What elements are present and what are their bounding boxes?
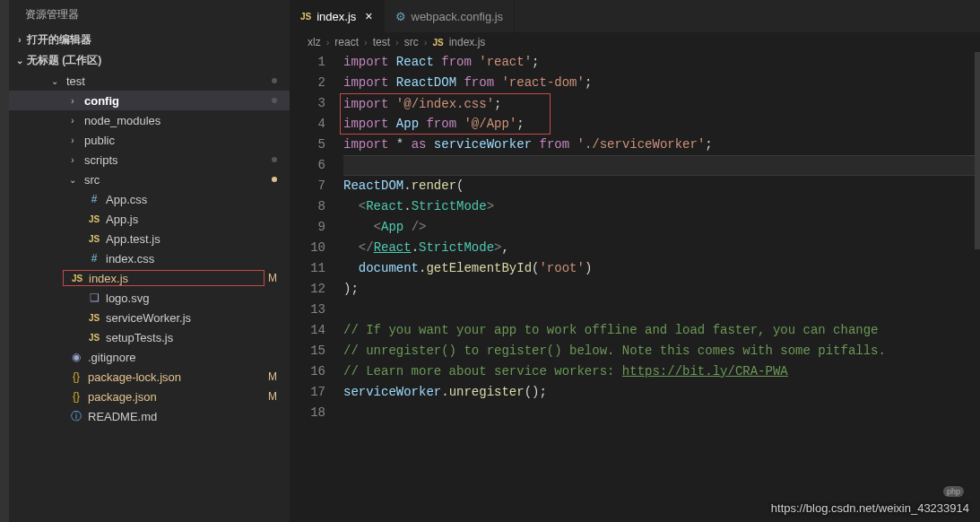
folder-item[interactable]: ›config	[9, 91, 290, 110]
file-item[interactable]: #App.css	[9, 189, 290, 209]
file-label: logo.svg	[106, 291, 290, 305]
code-line[interactable]: // unregister() to register() below. Not…	[343, 341, 980, 361]
editor-tab[interactable]: JSindex.js×	[290, 0, 385, 32]
code-token: from	[441, 55, 472, 69]
modified-badge: M	[268, 370, 290, 383]
code-token: 'root'	[539, 261, 584, 275]
code-token: React	[374, 240, 412, 255]
file-label: App.css	[106, 193, 290, 206]
file-item[interactable]: ⓘREADME.md	[9, 406, 290, 426]
code-token: import	[343, 97, 388, 111]
chevron-right-icon: ›	[326, 37, 330, 48]
code-token: 'react-dom'	[501, 75, 584, 90]
breadcrumb-segment[interactable]: index.js	[449, 36, 486, 48]
code-line[interactable]: serviceWorker.unregister();	[343, 382, 980, 403]
code-line[interactable]: document.getElementById('root')	[343, 258, 980, 279]
code-token: serviceWorker	[343, 385, 441, 399]
code-token	[388, 75, 395, 90]
sidebar-title: 资源管理器	[9, 0, 290, 30]
file-item[interactable]: JSApp.test.js	[9, 229, 290, 248]
folder-item[interactable]: ›node_modules	[9, 110, 290, 130]
line-number: 5	[290, 135, 325, 155]
code-line[interactable]: // If you want your app to work offline …	[343, 320, 980, 341]
folder-label: public	[84, 134, 290, 147]
code-token: App	[381, 220, 403, 234]
code-token: from	[464, 75, 494, 90]
folder-label: config	[84, 94, 272, 108]
config-file-icon: ⚙	[395, 10, 406, 23]
file-item[interactable]: {}package-lock.jsonM	[9, 367, 290, 387]
open-editors-label: 打开的编辑器	[27, 32, 91, 48]
code-token: ();	[525, 385, 547, 399]
md-file-icon: ⓘ	[68, 409, 84, 424]
file-item[interactable]: JSApp.js	[9, 209, 290, 229]
code-line[interactable]: import * as serviceWorker from './servic…	[343, 135, 980, 155]
folder-item[interactable]: ⌄test	[9, 71, 290, 91]
code-content[interactable]: import React from 'react';import ReactDO…	[343, 52, 980, 522]
editor-tab[interactable]: ⚙webpack.config.js	[385, 0, 516, 32]
code-token: React	[366, 199, 403, 213]
code-token: *	[396, 137, 412, 152]
file-item[interactable]: ◉.gitignore	[9, 347, 290, 367]
breadcrumb-segment[interactable]: test	[373, 36, 390, 48]
file-item[interactable]: {}package.jsonM	[9, 387, 290, 406]
code-line[interactable]: <React.StrictMode>	[343, 196, 980, 217]
file-item[interactable]: ❑logo.svg	[9, 288, 290, 308]
code-token	[343, 220, 374, 234]
line-number: 16	[290, 361, 325, 382]
file-item[interactable]: JSindex.jsM	[9, 268, 290, 288]
file-item[interactable]: JSserviceWorker.js	[9, 308, 290, 327]
code-line[interactable]: <App />	[343, 217, 980, 238]
file-item[interactable]: JSsetupTests.js	[9, 327, 290, 347]
code-token: ReactDOM	[343, 178, 403, 193]
code-line[interactable]: </React.StrictMode>,	[343, 238, 980, 258]
line-number: 11	[290, 258, 325, 279]
code-token: import	[343, 75, 388, 90]
code-line[interactable]: ReactDOM.render(	[343, 176, 980, 196]
workspace-header[interactable]: ⌄ 无标题 (工作区)	[9, 50, 290, 71]
js-file-icon: JS	[86, 234, 102, 244]
open-editors-header[interactable]: › 打开的编辑器	[9, 30, 290, 50]
code-token: 'react'	[479, 55, 532, 69]
close-icon[interactable]: ×	[365, 9, 372, 23]
code-line[interactable]	[343, 300, 980, 320]
code-token: <	[374, 220, 381, 234]
line-number: 3	[290, 93, 325, 114]
breadcrumb-segment[interactable]: xlz	[308, 36, 321, 48]
code-line[interactable]: import ReactDOM from 'react-dom';	[343, 73, 980, 93]
breadcrumb-segment[interactable]: src	[404, 36, 419, 48]
folder-item[interactable]: ⌄src	[9, 170, 290, 189]
code-line[interactable]: // Learn more about service workers: htt…	[343, 361, 980, 382]
folder-label: test	[66, 74, 272, 88]
status-dot-icon	[272, 78, 277, 83]
minimap-indicator[interactable]	[975, 52, 980, 249]
css-file-icon: #	[86, 193, 102, 205]
line-number: 14	[290, 320, 325, 341]
code-line[interactable]: import App from '@/App';	[340, 114, 551, 135]
code-line[interactable]	[343, 155, 980, 176]
folder-item[interactable]: ›public	[9, 130, 290, 150]
js-file-icon: JS	[69, 274, 85, 283]
code-line[interactable]: import '@/index.css';	[340, 93, 551, 114]
folder-item[interactable]: ›scripts	[9, 150, 290, 170]
code-token	[569, 137, 577, 152]
code-line[interactable]: import React from 'react';	[343, 52, 980, 73]
breadcrumb-segment[interactable]: react	[334, 36, 359, 48]
code-token: ReactDOM	[396, 75, 456, 90]
chevron-right-icon: ›	[65, 155, 81, 165]
chevron-down-icon: ⌄	[65, 175, 81, 185]
code-token	[388, 97, 395, 111]
breadcrumb[interactable]: xlz›react›test›src›JSindex.js	[290, 32, 980, 52]
activity-bar	[0, 0, 9, 522]
watermark: https://blog.csdn.net/weixin_43233914	[771, 501, 969, 515]
code-token: '@/index.css'	[396, 97, 494, 111]
chevron-right-icon: ›	[65, 96, 81, 106]
code-token: from	[426, 117, 456, 131]
folder-label: node_modules	[84, 114, 290, 127]
code-line[interactable]	[343, 403, 980, 423]
code-token: );	[343, 282, 359, 296]
line-number: 7	[290, 176, 325, 196]
file-item[interactable]: #index.css	[9, 248, 290, 268]
code-token	[388, 137, 395, 152]
code-line[interactable]: );	[343, 279, 980, 300]
